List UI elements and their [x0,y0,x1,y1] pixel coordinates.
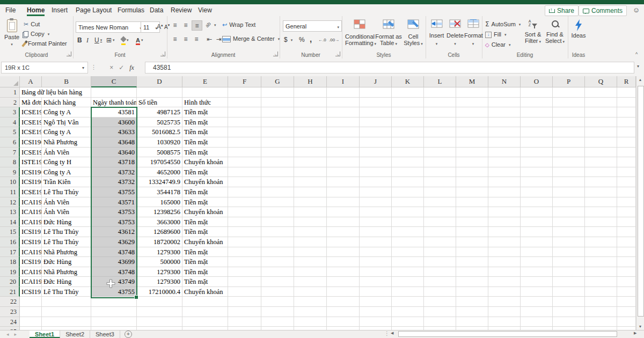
cell-N12[interactable] [488,197,521,208]
cell-F4[interactable] [228,117,261,128]
col-header-H[interactable]: H [294,76,327,87]
cell-I15[interactable] [327,227,360,237]
cell-E7[interactable]: Tiền mặt [182,148,228,158]
cell-J24[interactable] [360,317,392,327]
cell-G2[interactable] [261,98,294,108]
cell-O21[interactable] [521,287,553,297]
cell-R13[interactable] [617,207,636,217]
scroll-right-button[interactable]: ▶ [634,331,636,335]
row-header-16[interactable]: 16 [0,237,20,247]
cell-K24[interactable] [392,317,424,327]
sheet-nav-right-icon[interactable]: ▸ [14,332,23,337]
cell-E2[interactable]: Hình thức [182,98,228,108]
cell-N13[interactable] [488,207,521,217]
cell-Q20[interactable] [585,277,617,287]
cell-R10[interactable] [617,177,636,187]
cell-P18[interactable] [553,257,585,267]
align-top-button[interactable]: ≡ [170,20,180,30]
cell-P13[interactable] [553,207,585,217]
cell-N20[interactable] [488,277,521,287]
cell-A16[interactable]: ICSI19100 [20,237,42,247]
cell-D17[interactable]: 1279300 [137,247,182,258]
col-header-G[interactable]: G [261,76,294,87]
cell-F1[interactable] [228,87,261,98]
cancel-entry-button[interactable]: × [109,64,113,72]
tab-page-layout[interactable]: Page Layout [76,4,112,16]
align-center-button[interactable]: ≡ [181,34,191,43]
cell-J16[interactable] [360,237,392,247]
cell-M14[interactable] [456,217,488,227]
cell-P4[interactable] [553,117,585,128]
cell-G8[interactable] [261,157,294,167]
font-color-button[interactable]: A [136,35,143,45]
align-bottom-button[interactable]: ≡ [192,20,202,31]
cell-M15[interactable] [456,227,488,237]
cell-D22[interactable] [137,297,182,307]
cell-L17[interactable] [424,247,456,258]
cell-Q2[interactable] [585,98,617,108]
vertical-scrollbar[interactable]: ▲ ▼ [636,76,644,330]
cell-P21[interactable] [553,287,585,297]
find-select-button[interactable]: Find & Select [544,19,566,27]
cell-I11[interactable] [327,187,360,197]
cell-I8[interactable] [327,157,360,167]
cell-D10[interactable]: 13324749.9 [137,177,182,187]
row-header-23[interactable]: 23 [0,307,20,317]
cell-D12[interactable]: 165000 [137,197,182,208]
cell-H5[interactable] [294,127,327,137]
paste-button[interactable]: Paste [3,19,20,47]
cell-K8[interactable] [392,157,424,167]
cell-M20[interactable] [456,277,488,287]
align-right-button[interactable]: ≡ [192,34,201,43]
grow-font-button[interactable]: A▴ [157,22,163,32]
cell-I14[interactable] [327,217,360,227]
cell-O4[interactable] [521,117,553,128]
cell-B21[interactable]: Lê Thu Thủy [42,287,91,297]
row-header-17[interactable]: 17 [0,247,20,258]
cell-F18[interactable] [228,257,261,267]
cell-N3[interactable] [488,107,521,117]
cell-A24[interactable] [20,317,42,327]
col-header-C[interactable]: C [91,76,137,87]
cell-G3[interactable] [261,107,294,117]
name-box-dropdown-icon[interactable]: ▾ [82,65,84,70]
cell-A10[interactable]: ICSI19090 [20,177,42,187]
cell-C10[interactable]: 43732 [91,177,137,187]
cell-N17[interactable] [488,247,521,258]
cell-N6[interactable] [488,137,521,148]
cell-I2[interactable] [327,98,360,108]
cell-L24[interactable] [424,317,456,327]
insert-cells-button[interactable]: Insert [428,19,445,28]
cell-G15[interactable] [261,227,294,237]
cell-E1[interactable] [182,87,228,98]
cell-B15[interactable]: Lê Thu Thủy [42,227,91,237]
cell-G19[interactable] [261,267,294,277]
cell-G6[interactable] [261,137,294,148]
cell-M7[interactable] [456,148,488,158]
cell-N7[interactable] [488,148,521,158]
cell-O2[interactable] [521,98,553,108]
cell-R17[interactable] [617,247,636,258]
cell-O23[interactable] [521,307,553,317]
cell-K17[interactable] [392,247,424,258]
row-header-15[interactable]: 15 [0,227,20,237]
cell-F2[interactable] [228,98,261,108]
cell-L19[interactable] [424,267,456,277]
cell-A14[interactable]: ICAI19090 [20,217,42,227]
cell-A6[interactable]: ICSI19060 [20,137,42,148]
cell-M21[interactable] [456,287,488,297]
cell-F20[interactable] [228,277,261,287]
cell-M8[interactable] [456,157,488,167]
row-header-3[interactable]: 3 [0,107,20,117]
cell-K9[interactable] [392,167,424,178]
cell-D20[interactable]: 1279300 [137,277,182,287]
cell-J22[interactable] [360,297,392,307]
cell-H12[interactable] [294,197,327,208]
cell-R12[interactable] [617,197,636,208]
cell-Q11[interactable] [585,187,617,197]
cell-R1[interactable] [617,87,636,98]
ideas-button[interactable]: Ideas [568,19,589,39]
cell-C12[interactable]: 43571 [91,197,137,208]
cell-A7[interactable]: ICSE19060 [20,148,42,158]
cell-C1[interactable] [91,87,137,98]
